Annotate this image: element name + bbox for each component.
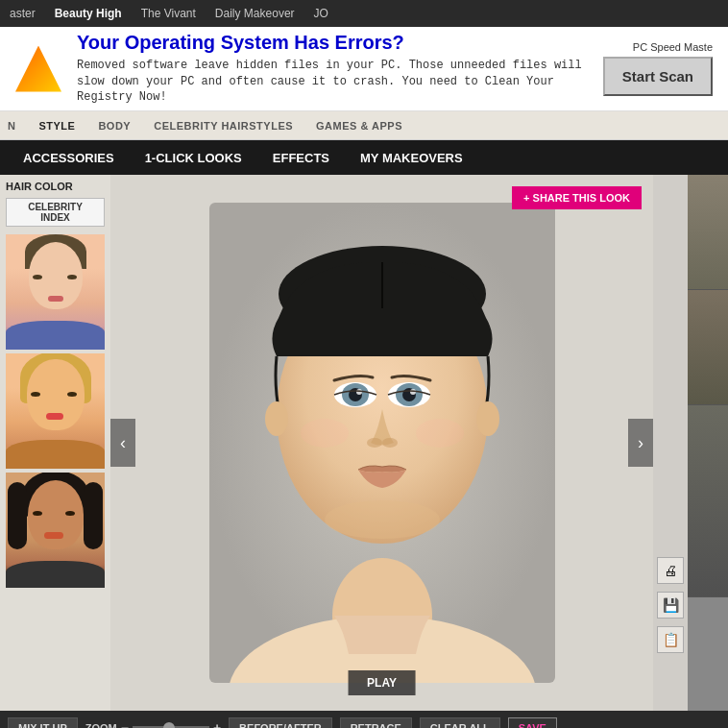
main-navigation: ACCESSORIES 1-CLICK LOOKS EFFECTS MY MAK…: [0, 140, 728, 175]
sec-nav-games-apps[interactable]: GAMES & APPS: [316, 120, 402, 132]
sec-nav-n[interactable]: N: [8, 120, 15, 132]
ad-banner: Your Operating System Has Errors? Remove…: [0, 27, 728, 111]
nav-left-button[interactable]: ‹: [110, 419, 135, 467]
ad-headline: Your Operating System Has Errors?: [77, 32, 588, 54]
svg-point-17: [382, 438, 398, 448]
print-button[interactable]: 🖨: [657, 557, 684, 584]
zoom-plus-button[interactable]: +: [213, 720, 221, 728]
ad-warning-icon: [15, 46, 61, 92]
nav-my-makeovers[interactable]: MY MAKEOVERS: [345, 140, 478, 175]
download-icon: 💾: [663, 597, 679, 613]
nav-right-button[interactable]: ›: [628, 419, 653, 467]
secondary-navigation: N STYLE BODY CELEBRITY HAIRSTYLES GAMES …: [0, 111, 728, 140]
retrace-button[interactable]: RETRACE: [340, 717, 412, 728]
svg-point-18: [301, 419, 349, 448]
canvas-area: + SHARE THIS LOOK ‹: [110, 175, 653, 711]
celebrity-thumb-2[interactable]: [6, 353, 105, 469]
face-canvas: [209, 203, 555, 683]
save-disk-icon: 📋: [663, 632, 679, 647]
share-look-button[interactable]: + SHARE THIS LOOK: [512, 186, 642, 209]
save-button[interactable]: SAVE: [508, 717, 557, 728]
ad-text-block: Your Operating System Has Errors? Remove…: [77, 32, 588, 106]
ad-body: Removed software leave hidden files in y…: [77, 58, 588, 106]
right-arrow-icon: ›: [638, 433, 643, 453]
celebrity-thumb-1[interactable]: [6, 234, 105, 350]
strip-item-1: [688, 175, 728, 290]
ad-right-label: PC Speed Maste: [633, 41, 713, 53]
nav-item-jo[interactable]: JO: [314, 7, 328, 20]
zoom-control: ZOOM − +: [85, 720, 221, 728]
svg-point-7: [476, 401, 499, 436]
clear-all-button[interactable]: CLEAR ALL: [420, 717, 500, 728]
sidebar: HAIR COLOR CELEBRITY INDEX: [0, 175, 110, 711]
nav-accessories[interactable]: ACCESSORIES: [8, 140, 130, 175]
start-scan-button[interactable]: Start Scan: [603, 57, 713, 96]
sec-nav-celebrity-hairstyles[interactable]: CELEBRITY HAIRSTYLES: [154, 120, 293, 132]
download-button[interactable]: 💾: [657, 592, 684, 619]
play-button[interactable]: PLAY: [348, 670, 416, 695]
left-arrow-icon: ‹: [120, 433, 126, 453]
svg-point-20: [325, 500, 440, 539]
sec-nav-style[interactable]: STYLE: [38, 120, 75, 132]
content-area: HAIR COLOR CELEBRITY INDEX: [0, 175, 728, 711]
right-image-strip: [688, 175, 728, 711]
nav-effects[interactable]: EFFECTS: [257, 140, 345, 175]
svg-point-6: [265, 401, 288, 436]
zoom-label: ZOOM: [85, 722, 117, 728]
celebrity-thumb-3[interactable]: [6, 473, 105, 588]
bottom-toolbar: MIX IT UP ZOOM − + BEFORE/AFTER RETRACE …: [0, 711, 728, 728]
nav-item-beauty-high[interactable]: Beauty High: [55, 7, 122, 20]
mix-it-up-button[interactable]: MIX IT UP: [8, 717, 78, 728]
svg-point-19: [416, 419, 464, 448]
top-navigation: aster Beauty High The Vivant Daily Makeo…: [0, 0, 728, 27]
save-disk-button[interactable]: 📋: [657, 626, 684, 653]
nav-item-aster[interactable]: aster: [10, 7, 36, 20]
sidebar-title: HAIR COLOR: [6, 181, 105, 192]
strip-item-2: [688, 290, 728, 405]
right-icon-panel: 🖨 💾 📋: [653, 175, 688, 711]
nav-item-daily-makeover[interactable]: Daily Makeover: [215, 7, 295, 20]
sec-nav-body[interactable]: BODY: [98, 120, 131, 132]
zoom-minus-button[interactable]: −: [121, 720, 129, 728]
print-icon: 🖨: [664, 563, 677, 578]
nav-item-the-vivant[interactable]: The Vivant: [141, 7, 196, 20]
svg-point-16: [367, 438, 382, 448]
before-after-button[interactable]: BEFORE/AFTER: [229, 717, 332, 728]
nav-1-click-looks[interactable]: 1-CLICK LOOKS: [130, 140, 257, 175]
strip-item-3: [688, 405, 728, 597]
celebrity-index-button[interactable]: CELEBRITY INDEX: [6, 198, 105, 227]
zoom-thumb[interactable]: [163, 722, 175, 728]
